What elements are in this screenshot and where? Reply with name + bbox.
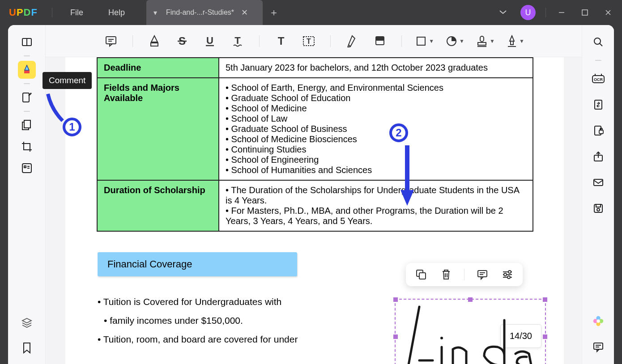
svg-point-9 [594,38,601,44]
form-mode-button[interactable] [18,159,36,177]
svg-rect-6 [24,120,30,128]
window-dropdown[interactable] [493,2,513,23]
edit-mode-button[interactable] [18,89,36,106]
comment-button[interactable] [475,267,490,282]
textbox-tool[interactable]: T [301,33,317,49]
comment-mode-button[interactable] [18,61,36,79]
svg-text:T: T [307,38,311,45]
svg-point-24 [596,319,600,322]
stamp-tool[interactable]: ▼ [476,35,495,47]
layers-button[interactable] [18,314,36,332]
search-button[interactable] [589,33,607,51]
tabs-bar: ▾ Find-and-...r-Studies* ✕ ＋ [146,0,285,25]
row-label: Fields and Majors Available [97,78,219,180]
email-button[interactable] [589,174,607,191]
table-row: Fields and Majors Available School of Ea… [97,78,533,180]
minimize-button[interactable] [551,4,572,21]
svg-rect-3 [24,71,30,73]
shape-tool[interactable]: ▼ [415,35,434,47]
comment-toolbar: S U T T T ▼ ▼ ▼ [46,25,582,57]
svg-rect-4 [23,93,29,102]
svg-point-44 [440,337,443,339]
signature-annotation[interactable] [401,302,540,364]
crop-mode-button[interactable] [18,138,36,156]
scholarship-table: Deadline 5th January 2023 for bachelors,… [97,57,533,232]
share-button[interactable] [589,148,607,165]
resize-handle[interactable] [468,297,473,302]
resize-handle[interactable] [393,297,398,302]
sticker-tool[interactable]: ▼ [446,35,464,47]
divider [24,55,30,56]
svg-rect-46 [419,273,426,279]
svg-rect-1 [582,10,588,15]
underline-tool[interactable]: U [202,33,218,49]
svg-rect-8 [24,166,26,168]
delete-button[interactable] [439,267,453,282]
ocr-button[interactable]: OCR [589,70,607,88]
separator [52,8,52,17]
chevron-down-icon: ▼ [519,38,524,44]
save-button[interactable] [589,199,607,217]
strikethrough-tool[interactable]: S [174,33,190,49]
document-tab[interactable]: ▾ Find-and-...r-Studies* ✕ [146,0,263,25]
menu-help[interactable]: Help [96,8,137,17]
svg-point-49 [504,273,507,276]
ai-assistant-button[interactable] [589,312,607,330]
tab-menu-icon[interactable]: ▾ [153,8,161,17]
protect-button[interactable] [589,122,607,140]
highlight-tool[interactable] [146,33,162,49]
svg-rect-27 [151,43,158,46]
resize-handle[interactable] [543,334,547,339]
svg-rect-38 [417,37,425,45]
svg-rect-14 [599,130,603,134]
callout-2: 2 [389,123,408,142]
divider [595,60,601,61]
svg-text:T: T [234,35,241,46]
callout-arrow-2 [398,143,416,210]
chevron-down-icon: ▼ [459,38,464,44]
svg-rect-40 [480,36,484,42]
svg-text:U: U [206,35,213,46]
comment-tooltip: Comment [43,72,92,89]
svg-rect-37 [376,37,384,40]
maximize-button[interactable] [575,4,595,21]
svg-point-50 [507,276,510,279]
row-label: Duration of Scholarship [97,180,219,231]
eraser-tool[interactable] [372,33,388,49]
chevron-down-icon: ▼ [429,38,434,44]
svg-point-19 [597,208,600,211]
pages-mode-button[interactable] [18,116,36,134]
squiggly-tool[interactable]: T [230,33,246,49]
close-button[interactable] [598,4,618,21]
svg-rect-26 [106,37,116,44]
convert-button[interactable] [589,96,607,114]
left-sidebar [8,25,46,364]
table-row: Deadline 5th January 2023 for bachelors,… [97,58,533,78]
svg-point-48 [508,271,511,273]
svg-rect-47 [478,271,487,277]
comments-panel-button[interactable] [589,338,607,356]
tab-close-button[interactable]: ✕ [239,8,250,17]
document-canvas[interactable]: Deadline 5th January 2023 for bachelors,… [46,57,582,364]
user-avatar[interactable]: U [520,5,536,20]
bookmark-button[interactable] [18,339,36,357]
text-tool[interactable]: T [273,33,289,49]
note-tool[interactable] [103,33,119,49]
signature-tool[interactable]: ▼ [507,35,524,47]
resize-handle[interactable] [393,334,398,339]
copy-button[interactable] [414,267,428,282]
resize-handle[interactable] [543,297,547,302]
divider [132,35,133,47]
new-tab-button[interactable]: ＋ [263,0,285,25]
window-controls: U [493,2,622,23]
svg-text:OCR: OCR [594,77,603,82]
properties-button[interactable] [500,267,515,282]
reader-mode-button[interactable] [18,33,36,51]
app-body: OCR [8,25,614,364]
pencil-tool[interactable] [344,33,360,49]
row-value: 5th January 2023 for bachelors, and 12th… [219,58,533,78]
divider [330,35,331,47]
row-value: The Duration of the Scholarships for Und… [219,180,533,231]
menu-file[interactable]: File [58,8,96,17]
divider [401,35,402,47]
